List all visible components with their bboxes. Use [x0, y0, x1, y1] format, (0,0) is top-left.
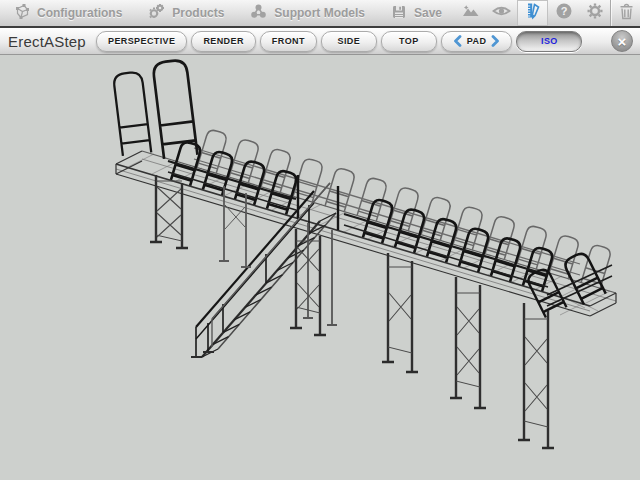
save-button[interactable]: Save [378, 0, 455, 26]
close-button[interactable]: × [611, 30, 633, 52]
svg-text:?: ? [560, 5, 567, 17]
tab-side[interactable]: SIDE [321, 31, 377, 52]
trash-icon [619, 3, 634, 24]
help-icon: ? [555, 2, 573, 24]
tab-render[interactable]: RENDER [191, 31, 255, 52]
view-tabs: PERSPECTIVE RENDER FRONT SIDE TOP PAD IS… [96, 31, 582, 52]
eye-button[interactable] [486, 0, 517, 26]
eye-icon [492, 4, 511, 22]
help-button[interactable]: ? [548, 0, 579, 26]
measure-button[interactable] [517, 0, 548, 26]
model-viewport[interactable] [0, 55, 640, 480]
view-tabbar: ErectAStep PERSPECTIVE RENDER FRONT SIDE… [0, 28, 640, 55]
support-models-button[interactable]: Support Models [237, 0, 378, 26]
toolbar-icon-group: ? [455, 0, 610, 26]
settings-icon [586, 2, 604, 24]
configurations-button[interactable]: Configurations [0, 0, 135, 26]
tab-pad[interactable]: PAD [441, 31, 513, 52]
toolbar-right-group [610, 0, 640, 26]
products-label: Products [172, 6, 224, 20]
model-wireframe [0, 55, 640, 480]
settings-button[interactable] [579, 0, 610, 26]
products-button[interactable]: Products [135, 0, 237, 26]
pad-next-arrow-icon[interactable] [491, 35, 500, 47]
tab-top[interactable]: TOP [381, 31, 437, 52]
page-title: ErectAStep [8, 33, 96, 50]
save-icon [391, 4, 407, 23]
support-models-label: Support Models [274, 6, 365, 20]
configurations-label: Configurations [37, 6, 122, 20]
tab-perspective[interactable]: PERSPECTIVE [96, 31, 187, 52]
tab-front[interactable]: FRONT [260, 31, 317, 52]
pad-prev-arrow-icon[interactable] [453, 35, 462, 47]
image-icon [461, 3, 481, 23]
trash-button[interactable] [611, 0, 640, 26]
app-window: Configurations Products [0, 0, 640, 480]
products-icon [148, 3, 165, 23]
measure-icon [525, 2, 541, 24]
close-icon: × [618, 34, 627, 49]
main-toolbar: Configurations Products [0, 0, 640, 28]
image-button[interactable] [455, 0, 486, 26]
support-models-icon [250, 3, 267, 23]
tab-iso[interactable]: ISO [516, 31, 582, 52]
configurations-icon [13, 3, 30, 23]
save-label: Save [414, 6, 442, 20]
